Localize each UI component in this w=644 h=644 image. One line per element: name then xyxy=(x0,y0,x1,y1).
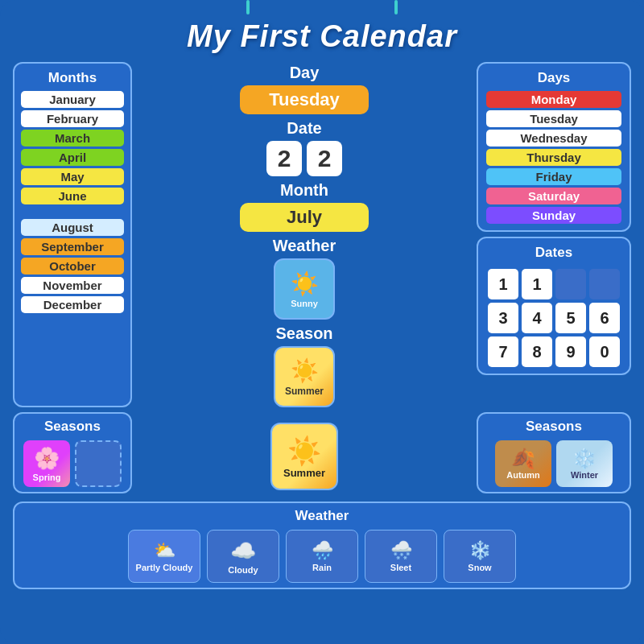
sleet-label: Sleet xyxy=(390,563,411,572)
day-wednesday[interactable]: Wednesday xyxy=(486,130,621,147)
autumn-label: Autumn xyxy=(506,470,540,480)
date-cell-9[interactable]: 7 xyxy=(488,336,518,367)
date-digit1[interactable]: 2 xyxy=(266,141,302,176)
month-august[interactable]: August xyxy=(21,219,124,236)
summer-season-box[interactable]: ☀️ Summer xyxy=(270,423,338,490)
month-may[interactable]: May xyxy=(21,168,124,185)
weather-cloudy[interactable]: ☁️ Cloudy xyxy=(207,530,279,583)
cloudy-icon: ☁️ xyxy=(230,539,256,564)
days-title: Days xyxy=(538,70,571,86)
snow-label: Snow xyxy=(468,563,491,572)
summer-sun-icon: ☀️ xyxy=(287,435,321,467)
dates-grid: 1 1 3 4 5 6 7 8 9 0 xyxy=(488,269,620,367)
rain-icon: 🌧️ xyxy=(312,540,333,561)
seasons-right-icons: 🍂 Autumn ❄️ Winter xyxy=(495,440,613,487)
weather-icon-box[interactable]: ☀️ Sunny xyxy=(274,258,335,320)
date-cell-1[interactable]: 1 xyxy=(488,269,518,299)
weather-current: Sunny xyxy=(291,299,318,308)
day-tuesday[interactable]: Tuesday xyxy=(486,110,621,127)
day-monday[interactable]: Monday xyxy=(486,91,621,108)
seasons-right-title: Seasons xyxy=(526,419,582,435)
day-saturday[interactable]: Saturday xyxy=(486,188,621,204)
month-april[interactable]: April xyxy=(21,149,124,166)
hanger xyxy=(0,0,644,14)
seasons-empty-box xyxy=(75,440,122,487)
months-panel: Months January February March April May … xyxy=(13,62,132,407)
weather-strip: Weather ⛅ Partly Cloudy ☁️ Cloudy 🌧️ Rai… xyxy=(13,502,631,589)
partly-cloudy-icon: ⛅ xyxy=(154,540,175,561)
season-current: Summer xyxy=(285,386,324,397)
season-icon-box[interactable]: ☀️ Summer xyxy=(274,346,335,407)
date-cell-6[interactable]: 4 xyxy=(522,303,552,333)
month-june[interactable]: June xyxy=(21,188,124,204)
board-title: My First Calendar xyxy=(187,19,457,54)
month-value[interactable]: July xyxy=(240,203,369,232)
month-september[interactable]: September xyxy=(21,238,124,255)
season-label: Season xyxy=(275,324,332,343)
string-left xyxy=(246,0,250,14)
seasons-right-panel: Seasons 🍂 Autumn ❄️ Winter xyxy=(477,412,631,493)
months-title: Months xyxy=(48,70,97,86)
sleet-icon: 🌨️ xyxy=(390,540,412,561)
date-cell-10[interactable]: 8 xyxy=(522,336,552,367)
month-label: Month xyxy=(280,181,328,200)
weather-icons-row: ⛅ Partly Cloudy ☁️ Cloudy 🌧️ Rain 🌨️ Sle… xyxy=(128,530,516,583)
weather-rain[interactable]: 🌧️ Rain xyxy=(286,530,358,583)
date-digit2[interactable]: 2 xyxy=(307,141,342,176)
seasons-left-panel: Seasons 🌸 Spring xyxy=(13,412,132,493)
month-november[interactable]: November xyxy=(21,277,124,294)
string-right xyxy=(394,0,398,14)
winter-icon-box[interactable]: ❄️ Winter xyxy=(556,440,613,487)
days-panel: Days Monday Tuesday Wednesday Thursday F… xyxy=(477,62,631,232)
date-cell-4-empty xyxy=(589,269,620,299)
date-label: Date xyxy=(287,119,321,138)
dates-title: Dates xyxy=(535,245,572,261)
weather-label: Weather xyxy=(273,237,336,255)
weather-snow[interactable]: ❄️ Snow xyxy=(444,530,516,583)
date-cell-11[interactable]: 9 xyxy=(555,336,586,367)
center-panel: Day Tuesday Date 2 2 Month July Weather … xyxy=(138,62,470,407)
month-march[interactable]: March xyxy=(21,130,124,147)
dates-panel: Dates 1 1 3 4 5 6 7 8 9 0 xyxy=(477,237,631,375)
weather-sleet[interactable]: 🌨️ Sleet xyxy=(365,530,437,583)
main-board: My First Calendar Months January Februar… xyxy=(0,0,644,644)
date-cell-2[interactable]: 1 xyxy=(522,269,552,299)
spring-icon-box[interactable]: 🌸 Spring xyxy=(23,440,70,487)
right-panel: Days Monday Tuesday Wednesday Thursday F… xyxy=(477,62,631,407)
center-bottom: ☀️ Summer xyxy=(138,412,470,493)
partly-cloudy-label: Partly Cloudy xyxy=(136,563,193,572)
day-sunday[interactable]: Sunday xyxy=(486,207,621,224)
season-sun-icon: ☀️ xyxy=(291,357,319,384)
month-february[interactable]: February xyxy=(21,110,124,127)
snow-icon: ❄️ xyxy=(469,540,491,561)
weather-partly-cloudy[interactable]: ⛅ Partly Cloudy xyxy=(128,530,200,583)
autumn-icon-box[interactable]: 🍂 Autumn xyxy=(495,440,551,487)
winter-icon: ❄️ xyxy=(572,448,597,470)
seasons-left-icons: 🌸 Spring xyxy=(23,440,122,487)
cloudy-label: Cloudy xyxy=(228,565,258,575)
day-value[interactable]: Tuesday xyxy=(240,85,369,114)
date-cell-3-empty xyxy=(555,269,586,299)
autumn-icon: 🍂 xyxy=(511,448,535,470)
sun-icon: ☀️ xyxy=(291,270,319,297)
spring-icon: 🌸 xyxy=(34,446,60,471)
summer-label: Summer xyxy=(283,467,325,479)
month-october[interactable]: October xyxy=(21,258,124,275)
day-friday[interactable]: Friday xyxy=(486,168,621,185)
date-cell-12[interactable]: 0 xyxy=(589,336,620,367)
month-january[interactable]: January xyxy=(21,91,124,108)
date-cell-5[interactable]: 3 xyxy=(488,303,518,333)
date-boxes: 2 2 xyxy=(266,141,342,176)
day-thursday[interactable]: Thursday xyxy=(486,149,621,166)
month-december[interactable]: December xyxy=(21,296,124,313)
seasons-left-title: Seasons xyxy=(44,419,101,435)
spring-label: Spring xyxy=(33,473,61,482)
date-cell-8[interactable]: 6 xyxy=(589,303,620,333)
day-label: Day xyxy=(290,64,320,82)
winter-label: Winter xyxy=(571,470,598,480)
date-cell-7[interactable]: 5 xyxy=(555,303,586,333)
weather-strip-title: Weather xyxy=(295,508,349,524)
rain-label: Rain xyxy=(312,563,332,572)
